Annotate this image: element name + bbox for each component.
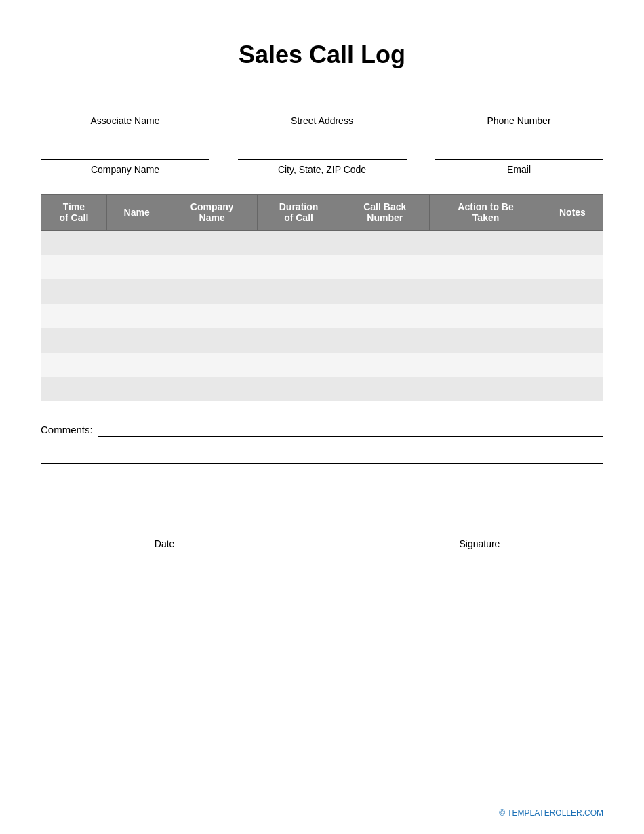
table-cell [41, 328, 107, 353]
table-cell [106, 255, 167, 279]
col-header-callback: Call Back Number [340, 195, 430, 231]
street-address-line [238, 96, 407, 111]
table-cell [542, 377, 603, 401]
table-cell [430, 304, 542, 328]
table-cell [340, 304, 430, 328]
table-cell [430, 255, 542, 279]
table-cell [340, 231, 430, 255]
table-cell [542, 255, 603, 279]
table-cell [340, 353, 430, 377]
table-row [41, 304, 603, 328]
signature-line [356, 519, 603, 534]
date-label: Date [155, 538, 175, 549]
table-cell [167, 304, 257, 328]
table-cell [430, 279, 542, 304]
associate-name-line [41, 96, 209, 111]
table-cell [167, 377, 257, 401]
table-cell [257, 279, 340, 304]
city-state-zip-line [238, 145, 407, 160]
table-cell [167, 255, 257, 279]
footer: © TEMPLATEROLLER.COM [499, 808, 603, 818]
page-title: Sales Call Log [41, 41, 603, 69]
table-row [41, 255, 603, 279]
table-cell [430, 231, 542, 255]
info-section: Associate Name Street Address Phone Numb… [41, 96, 603, 175]
table-cell [41, 231, 107, 255]
table-cell [257, 328, 340, 353]
table-cell [257, 304, 340, 328]
comments-section: Comments: [41, 422, 603, 492]
associate-name-label: Associate Name [91, 115, 160, 126]
table-row [41, 328, 603, 353]
table-row [41, 377, 603, 401]
comments-line: Comments: [41, 422, 603, 437]
comments-label: Comments: [41, 424, 93, 437]
table-cell [542, 353, 603, 377]
table-cell [430, 377, 542, 401]
associate-name-field: Associate Name [41, 96, 209, 126]
col-header-name: Name [106, 195, 167, 231]
city-state-zip-label: City, State, ZIP Code [278, 164, 366, 175]
email-line [435, 145, 603, 160]
table-cell [167, 279, 257, 304]
city-state-zip-field: City, State, ZIP Code [238, 145, 407, 175]
table-cell [106, 353, 167, 377]
table-cell [41, 279, 107, 304]
table-cell [430, 353, 542, 377]
table-cell [41, 353, 107, 377]
table-cell [542, 328, 603, 353]
table-cell [106, 231, 167, 255]
phone-number-field: Phone Number [435, 96, 603, 126]
table-cell [167, 231, 257, 255]
page: Sales Call Log Associate Name Street Add… [0, 0, 644, 834]
table-cell [257, 377, 340, 401]
table-cell [542, 231, 603, 255]
street-address-label: Street Address [291, 115, 353, 126]
table-cell [106, 328, 167, 353]
col-header-company: Company Name [167, 195, 257, 231]
table-cell [340, 255, 430, 279]
comments-underline [98, 422, 603, 437]
table-row [41, 353, 603, 377]
signature-label: Signature [459, 538, 500, 549]
table-cell [542, 279, 603, 304]
signature-section: Date Signature [41, 519, 603, 549]
info-row-1: Associate Name Street Address Phone Numb… [41, 96, 603, 126]
phone-number-line [435, 96, 603, 111]
table-header-row: Time of Call Name Company Name Duration … [41, 195, 603, 231]
table-cell [340, 279, 430, 304]
table-cell [167, 353, 257, 377]
company-name-label: Company Name [91, 164, 159, 175]
table-cell [41, 255, 107, 279]
phone-number-label: Phone Number [487, 115, 550, 126]
table-cell [542, 304, 603, 328]
col-header-action: Action to Be Taken [430, 195, 542, 231]
col-header-time: Time of Call [41, 195, 107, 231]
table-cell [106, 279, 167, 304]
company-name-line [41, 145, 209, 160]
table-cell [430, 328, 542, 353]
table-cell [41, 377, 107, 401]
table-cell [41, 304, 107, 328]
table-cell [340, 328, 430, 353]
col-header-notes: Notes [542, 195, 603, 231]
date-line [41, 519, 288, 534]
log-table: Time of Call Name Company Name Duration … [41, 194, 603, 401]
signature-field: Signature [356, 519, 603, 549]
email-field: Email [435, 145, 603, 175]
table-cell [340, 377, 430, 401]
table-cell [257, 353, 340, 377]
email-label: Email [507, 164, 531, 175]
col-header-duration: Duration of Call [257, 195, 340, 231]
extra-line-2 [41, 477, 603, 492]
table-cell [257, 255, 340, 279]
extra-line-1 [41, 449, 603, 464]
table-cell [106, 304, 167, 328]
info-row-2: Company Name City, State, ZIP Code Email [41, 145, 603, 175]
date-field: Date [41, 519, 288, 549]
table-row [41, 279, 603, 304]
table-cell [106, 377, 167, 401]
table-row [41, 231, 603, 255]
street-address-field: Street Address [238, 96, 407, 126]
table-cell [167, 328, 257, 353]
